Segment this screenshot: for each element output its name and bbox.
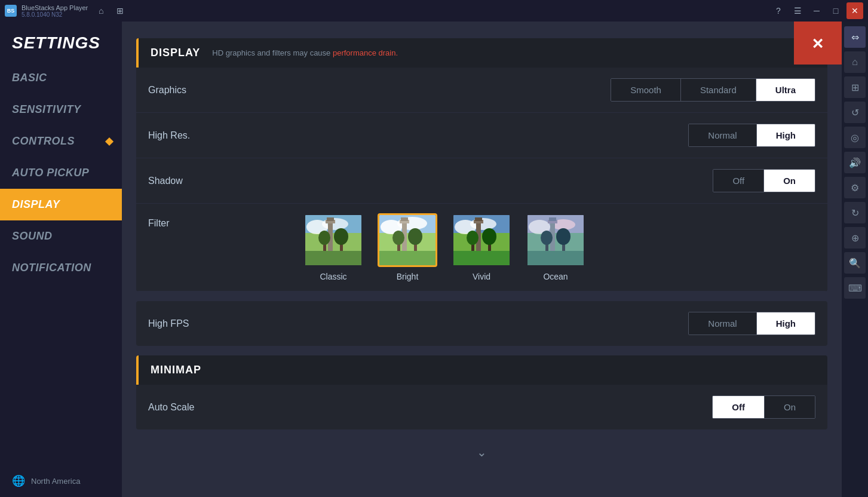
shadow-on-btn[interactable]: On bbox=[764, 170, 815, 192]
filter-label: Filter bbox=[148, 213, 303, 229]
sidebar-item-basic[interactable]: BASIC bbox=[0, 62, 122, 94]
shadow-row: Shadow Off On bbox=[136, 158, 827, 204]
sidebar-title: SETTINGS bbox=[0, 22, 122, 62]
display-section: DISPLAY HD graphics and filters may caus… bbox=[136, 38, 827, 292]
filter-row: Filter bbox=[136, 204, 827, 292]
app-name: BlueStacks App Player bbox=[22, 4, 88, 11]
filter-ocean-thumb bbox=[526, 213, 585, 267]
autoscale-btn-group: Off On bbox=[712, 395, 815, 419]
right-panel-home-btn[interactable]: ⌂ bbox=[844, 51, 866, 73]
minimize-btn[interactable]: ─ bbox=[808, 2, 825, 19]
globe-icon: 🌐 bbox=[12, 474, 25, 487]
menu-btn[interactable]: ☰ bbox=[789, 2, 806, 19]
minimap-title: MINIMAP bbox=[151, 364, 201, 376]
main-container: SETTINGS BASIC SENSITIVITY CONTROLS AUTO… bbox=[0, 22, 868, 497]
svg-point-46 bbox=[541, 231, 553, 245]
sidebar-nav: BASIC SENSITIVITY CONTROLS AUTO PICKUP D… bbox=[0, 62, 122, 284]
app-logo: BS bbox=[5, 5, 17, 17]
graphics-row: Graphics Smooth Standard Ultra bbox=[136, 68, 827, 113]
right-panel-rotate-btn[interactable]: ↺ bbox=[844, 102, 866, 123]
right-panel-settings-btn[interactable]: ⚙ bbox=[844, 177, 866, 198]
filter-classic-name: Classic bbox=[320, 272, 346, 281]
autoscale-off-btn[interactable]: Off bbox=[713, 396, 765, 418]
controls-diamond-icon bbox=[105, 137, 114, 145]
window-controls: ? ☰ ─ □ ✕ bbox=[770, 2, 863, 19]
right-panel-key-btn[interactable]: ⌨ bbox=[844, 277, 866, 299]
right-panel-camera-btn[interactable]: ◎ bbox=[844, 127, 866, 148]
highfps-btn-group: Normal High bbox=[688, 312, 815, 335]
display-subtitle: HD graphics and filters may cause perfor… bbox=[212, 48, 398, 57]
title-bar-nav: ⌂ ⊞ bbox=[93, 2, 128, 19]
svg-point-9 bbox=[318, 231, 330, 245]
filter-ocean-name: Ocean bbox=[543, 272, 568, 281]
highfps-high-btn[interactable]: High bbox=[757, 312, 815, 335]
shadow-btn-group: Off On bbox=[713, 169, 815, 192]
right-panel-refresh-btn[interactable]: ↻ bbox=[844, 202, 866, 223]
display-section-header: DISPLAY HD graphics and filters may caus… bbox=[136, 38, 827, 68]
right-panel-volume-btn[interactable]: 🔊 bbox=[844, 152, 866, 173]
graphics-smooth-btn[interactable]: Smooth bbox=[611, 79, 681, 101]
app-version: 5.8.0.1040 N32 bbox=[22, 11, 88, 18]
right-panel: ⇔ ⌂ ⊞ ↺ ◎ 🔊 ⚙ ↻ ⊕ 🔍 ⌨ bbox=[842, 22, 868, 497]
sidebar-item-sensitivity[interactable]: SENSITIVITY bbox=[0, 94, 122, 125]
filter-options: Classic bbox=[303, 213, 585, 281]
svg-point-11 bbox=[334, 228, 348, 245]
filter-classic-thumb bbox=[303, 213, 363, 267]
region-selector[interactable]: 🌐 North America bbox=[0, 465, 122, 497]
chevron-down-icon: ⌄ bbox=[477, 445, 487, 459]
svg-rect-7 bbox=[327, 217, 334, 221]
svg-point-21 bbox=[392, 231, 404, 245]
filter-bright-name: Bright bbox=[397, 272, 419, 281]
svg-rect-44 bbox=[549, 217, 556, 221]
graphics-label: Graphics bbox=[148, 85, 186, 96]
right-panel-expand-btn[interactable]: ⇔ bbox=[844, 26, 866, 48]
autoscale-row: Auto Scale Off On bbox=[136, 385, 827, 429]
shadow-off-btn[interactable]: Off bbox=[713, 170, 764, 192]
graphics-ultra-btn[interactable]: Ultra bbox=[756, 79, 815, 101]
home-nav-btn[interactable]: ⌂ bbox=[93, 2, 109, 19]
display-title: DISPLAY bbox=[151, 47, 200, 59]
right-panel-share-btn[interactable]: ⊕ bbox=[844, 227, 866, 249]
minimap-section-header: MINIMAP bbox=[136, 355, 827, 385]
right-panel-layers-btn[interactable]: ⊞ bbox=[844, 76, 866, 98]
filter-bright-item[interactable]: Bright bbox=[378, 213, 437, 281]
svg-rect-19 bbox=[401, 217, 408, 221]
svg-point-35 bbox=[482, 228, 496, 245]
graphics-btn-group: Smooth Standard Ultra bbox=[611, 78, 815, 102]
sidebar-item-controls[interactable]: CONTROLS bbox=[0, 125, 122, 157]
help-btn[interactable]: ? bbox=[770, 2, 787, 19]
highfps-label: High FPS bbox=[148, 318, 189, 329]
svg-point-48 bbox=[556, 228, 571, 245]
content-area: × DISPLAY HD graphics and filters may ca… bbox=[122, 22, 842, 497]
autoscale-on-btn[interactable]: On bbox=[765, 396, 815, 418]
layers-nav-btn[interactable]: ⊞ bbox=[112, 2, 128, 19]
filter-vivid-name: Vivid bbox=[473, 272, 490, 281]
highfps-section: High FPS Normal High bbox=[136, 301, 827, 346]
highfps-normal-btn[interactable]: Normal bbox=[689, 312, 756, 335]
right-panel-search-btn[interactable]: 🔍 bbox=[844, 252, 866, 274]
highres-high-btn[interactable]: High bbox=[757, 124, 815, 146]
highfps-row: High FPS Normal High bbox=[136, 301, 827, 346]
sidebar-item-display[interactable]: DISPLAY bbox=[0, 189, 122, 220]
filter-classic-item[interactable]: Classic bbox=[303, 213, 363, 281]
sidebar-item-notification[interactable]: NOTIFICATION bbox=[0, 252, 122, 284]
highres-row: High Res. Normal High bbox=[136, 113, 827, 158]
close-x-icon: × bbox=[812, 32, 824, 54]
svg-point-33 bbox=[467, 231, 479, 245]
shadow-label: Shadow bbox=[148, 176, 183, 186]
sidebar-item-autopickup[interactable]: AUTO PICKUP bbox=[0, 157, 122, 189]
sidebar-item-sound[interactable]: SOUND bbox=[0, 220, 122, 252]
svg-point-23 bbox=[408, 228, 422, 245]
filter-vivid-item[interactable]: Vivid bbox=[452, 213, 511, 281]
content-close-btn[interactable]: × bbox=[794, 22, 842, 65]
highres-label: High Res. bbox=[148, 130, 190, 141]
scroll-indicator: ⌄ bbox=[136, 439, 827, 465]
title-bar: BS BlueStacks App Player 5.8.0.1040 N32 … bbox=[0, 0, 868, 22]
titlebar-close-btn[interactable]: ✕ bbox=[846, 2, 863, 19]
highres-btn-group: Normal High bbox=[688, 124, 815, 147]
svg-rect-31 bbox=[475, 217, 482, 221]
highres-normal-btn[interactable]: Normal bbox=[689, 124, 756, 146]
filter-ocean-item[interactable]: Ocean bbox=[526, 213, 585, 281]
maximize-btn[interactable]: □ bbox=[827, 2, 844, 19]
graphics-standard-btn[interactable]: Standard bbox=[681, 79, 756, 101]
